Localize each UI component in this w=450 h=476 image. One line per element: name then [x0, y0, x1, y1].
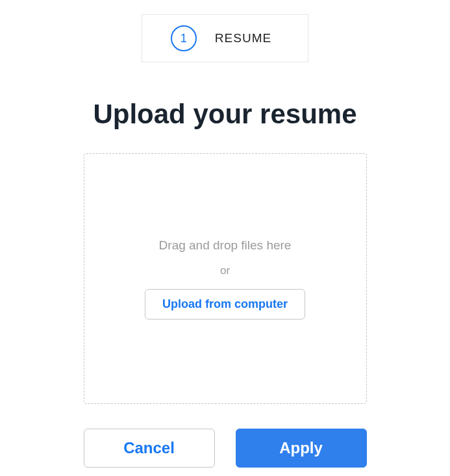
or-separator: or [220, 264, 230, 277]
step-indicator: 1 RESUME [142, 14, 308, 62]
page-title: Upload your resume [93, 99, 356, 130]
upload-from-computer-button[interactable]: Upload from computer [145, 289, 305, 319]
step-number: 1 [181, 32, 187, 45]
drag-drop-text: Drag and drop files here [159, 238, 292, 253]
action-buttons: Cancel Apply [84, 429, 367, 468]
apply-button[interactable]: Apply [236, 429, 367, 468]
file-dropzone[interactable]: Drag and drop files here or Upload from … [84, 153, 367, 404]
cancel-button[interactable]: Cancel [84, 429, 215, 468]
step-number-circle: 1 [171, 25, 197, 51]
step-label: RESUME [215, 31, 271, 45]
